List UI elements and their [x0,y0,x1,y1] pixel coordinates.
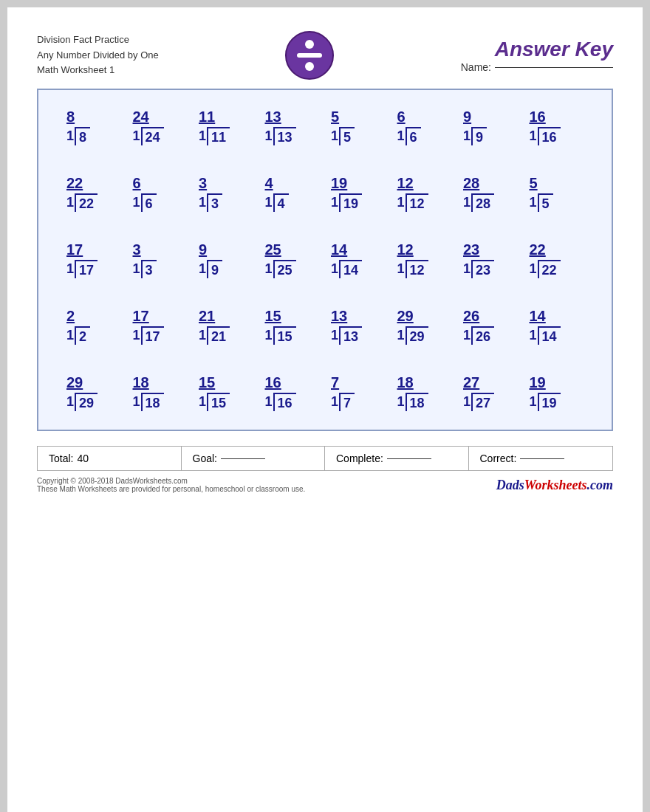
divisor: 1 [530,328,537,343]
problem-answer: 23 [463,241,485,258]
dividend: 18 [141,393,164,411]
divisor: 1 [530,128,537,144]
problem-answer: 9 [463,109,485,125]
problem-answer: 21 [199,308,221,325]
name-label: Name: [461,61,491,73]
problem-division: 1 16 [265,393,296,411]
dividend: 6 [406,127,421,145]
footer-stats: Total: 40 Goal: Complete: Correct: [37,446,613,471]
problem-25: 17 1 17 [127,304,194,348]
division-symbol-icon [284,30,335,81]
problem-division: 1 28 [463,193,494,212]
dividend: 22 [75,193,98,212]
problem-division: 1 7 [331,393,355,411]
dividend: 15 [207,393,230,411]
goal-label: Goal: [193,453,217,464]
problem-26: 21 1 21 [193,304,259,348]
problem-division: 1 17 [133,326,164,345]
goal-cell: Goal: [182,447,326,470]
copyright: Copyright © 2008-2018 DadsWorksheets.com… [37,477,613,493]
dividend: 7 [339,393,355,411]
problem-division: 1 24 [133,127,164,145]
divisor: 1 [331,261,338,277]
problem-division: 1 15 [199,393,230,411]
problem-answer: 14 [530,308,552,325]
correct-underline [520,458,564,459]
problem-division: 1 5 [530,193,553,212]
problem-division: 1 13 [265,127,296,145]
problem-30: 26 1 26 [457,304,524,348]
divisor: 1 [530,394,537,410]
problem-answer: 6 [397,109,420,125]
problem-answer: 3 [133,241,155,258]
divisor: 1 [133,394,140,410]
problem-answer: 16 [265,374,287,391]
problem-29: 29 1 29 [391,304,458,348]
divisor: 1 [66,128,74,144]
divisor: 1 [133,328,140,343]
problem-division: 1 9 [199,260,222,278]
divisor: 1 [66,195,74,210]
copyright-text: Copyright © 2008-2018 DadsWorksheets.com… [37,477,305,493]
divisor: 1 [265,394,273,410]
problem-answer: 7 [331,374,353,391]
divisor: 1 [397,261,405,277]
problem-answer: 27 [463,374,485,391]
problem-10: 3 1 3 [193,171,259,216]
problem-answer: 4 [265,175,287,192]
problem-2: 11 1 11 [193,105,259,149]
problem-answer: 11 [199,109,221,125]
header-icon [284,30,335,81]
dividend: 28 [471,193,494,212]
worksheet-title-line2: Any Number Divided by One [37,48,159,63]
dividend: 21 [207,326,230,345]
problem-division: 1 6 [133,193,157,212]
problem-division: 1 21 [199,326,230,345]
dividend: 19 [339,193,362,212]
dividend: 27 [471,393,494,411]
svg-point-3 [305,62,314,71]
problem-division: 1 23 [463,260,494,278]
complete-underline [387,458,431,459]
problem-answer: 22 [66,175,89,192]
problem-division: 1 11 [199,127,230,145]
divisor: 1 [199,195,206,210]
divisor: 1 [331,195,338,210]
total-value: 40 [77,453,89,464]
divisor: 1 [331,394,338,410]
problem-division: 1 27 [463,393,494,411]
problems-grid: 8 1 8 24 1 24 11 1 11 13 1 13 5 [61,105,589,415]
header: Division Fact Practice Any Number Divide… [37,30,613,81]
dividend: 13 [273,127,296,145]
problem-answer: 6 [133,175,155,192]
problem-answer: 3 [199,175,221,192]
problem-5: 6 1 6 [391,105,458,149]
divisor: 1 [133,261,140,277]
problem-6: 9 1 9 [457,105,524,149]
name-field: Name: [461,61,613,73]
divisor: 1 [463,128,471,144]
problem-13: 12 1 12 [391,171,458,216]
problem-answer: 18 [133,374,155,391]
problem-division: 1 19 [530,393,561,411]
divisor: 1 [530,261,537,277]
problem-28: 13 1 13 [325,304,391,348]
divisor: 1 [265,261,273,277]
problem-division: 1 29 [66,393,98,411]
problem-22: 23 1 23 [457,238,524,282]
problem-answer: 15 [265,308,287,325]
problem-23: 22 1 22 [524,238,590,282]
dividend: 13 [339,326,362,345]
problem-20: 14 1 14 [325,238,391,282]
problem-answer: 9 [199,241,221,258]
problem-division: 1 17 [66,260,98,278]
divisor: 1 [397,128,405,144]
problem-14: 28 1 28 [457,171,524,216]
problem-33: 18 1 18 [127,371,194,415]
worksheet-title-line3: Math Worksheet 1 [37,63,159,78]
dividend: 6 [141,193,157,212]
problem-12: 19 1 19 [325,171,391,216]
divisor: 1 [66,394,74,410]
dividend: 2 [75,326,90,345]
dividend: 14 [538,326,561,345]
